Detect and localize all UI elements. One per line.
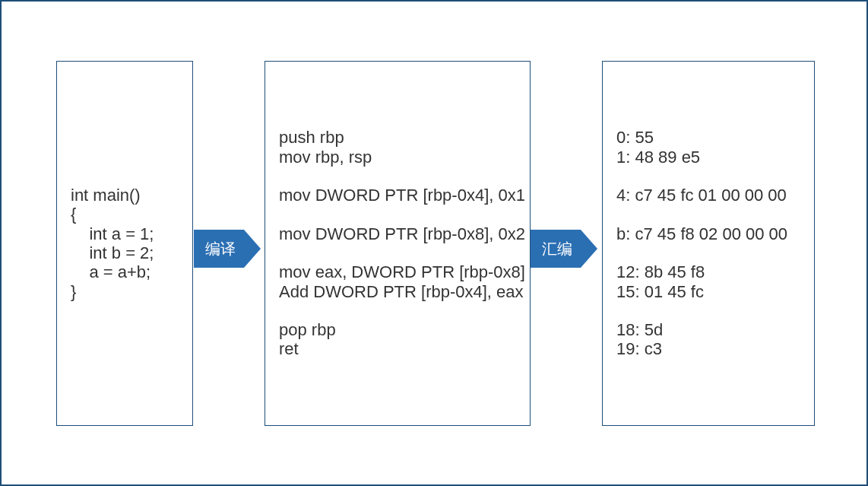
arrow-head-icon [244, 230, 261, 268]
assemble-arrow-label: 汇编 [542, 239, 572, 259]
machine-code-text: 0: 55 1: 48 89 e5 4: c7 45 fc 01 00 00 0… [616, 128, 787, 359]
assembly-code-text: push rbp mov rbp, rsp mov DWORD PTR [rbp… [279, 128, 525, 359]
assembly-code-panel: push rbp mov rbp, rsp mov DWORD PTR [rbp… [265, 61, 531, 426]
machine-code-panel: 0: 55 1: 48 89 e5 4: c7 45 fc 01 00 00 0… [602, 61, 815, 426]
assemble-arrow: 汇编 [531, 230, 597, 268]
source-code-panel: int main() { int a = 1; int b = 2; a = a… [56, 61, 193, 426]
arrow-head-icon [581, 230, 597, 268]
diagram-canvas: int main() { int a = 1; int b = 2; a = a… [0, 0, 868, 486]
source-code-text: int main() { int a = 1; int b = 2; a = a… [71, 186, 154, 301]
arrow-shaft: 编译 [194, 230, 244, 268]
compile-arrow: 编译 [194, 230, 261, 268]
compile-arrow-label: 编译 [205, 239, 236, 259]
arrow-shaft: 汇编 [531, 230, 581, 268]
